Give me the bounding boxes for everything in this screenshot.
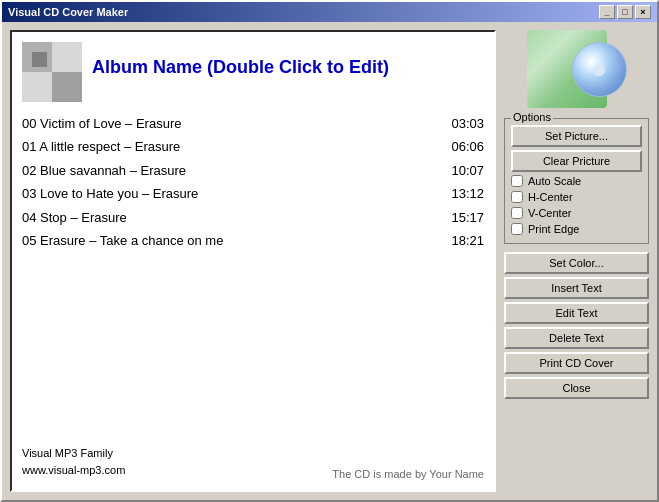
track-name: 01 A little respect – Erasure — [22, 135, 444, 158]
close-main-button[interactable]: Close — [504, 377, 649, 399]
title-bar: Visual CD Cover Maker _ □ × — [2, 2, 657, 22]
print-edge-label: Print Edge — [528, 223, 579, 235]
window-body: Album Name (Double Click to Edit) 00 Vic… — [2, 22, 657, 500]
track-time: 13:12 — [444, 182, 484, 205]
svg-rect-2 — [22, 72, 52, 102]
v-center-checkbox[interactable] — [511, 207, 523, 219]
close-button[interactable]: × — [635, 5, 651, 19]
v-center-label: V-Center — [528, 207, 571, 219]
maximize-button[interactable]: □ — [617, 5, 633, 19]
footer-left: Visual MP3 Family www.visual-mp3.com — [22, 445, 125, 480]
track-time: 03:03 — [444, 112, 484, 135]
track-row: 03 Love to Hate you – Erasure13:12 — [22, 182, 484, 205]
track-row: 02 Blue savannah – Erasure10:07 — [22, 159, 484, 182]
set-color-button[interactable]: Set Color... — [504, 252, 649, 274]
h-center-checkbox[interactable] — [511, 191, 523, 203]
print-edge-checkbox[interactable] — [511, 223, 523, 235]
track-row: 00 Victim of Love – Erasure03:03 — [22, 112, 484, 135]
preview-disc — [572, 42, 627, 97]
print-edge-row: Print Edge — [511, 223, 642, 235]
track-name: 03 Love to Hate you – Erasure — [22, 182, 444, 205]
edit-text-button[interactable]: Edit Text — [504, 302, 649, 324]
header-area: Album Name (Double Click to Edit) — [22, 42, 484, 102]
window-title: Visual CD Cover Maker — [8, 6, 128, 18]
options-label: Options — [511, 111, 553, 123]
options-group: Options Set Picture... Clear Pricture Au… — [504, 118, 649, 244]
print-cd-button[interactable]: Print CD Cover — [504, 352, 649, 374]
title-bar-buttons: _ □ × — [599, 5, 651, 19]
logo-svg — [22, 42, 82, 102]
auto-scale-label: Auto Scale — [528, 175, 581, 187]
svg-rect-3 — [52, 72, 82, 102]
delete-text-button[interactable]: Delete Text — [504, 327, 649, 349]
track-name: 05 Erasure – Take a chance on me — [22, 229, 444, 252]
track-time: 18:21 — [444, 229, 484, 252]
track-row: 05 Erasure – Take a chance on me18:21 — [22, 229, 484, 252]
insert-text-button[interactable]: Insert Text — [504, 277, 649, 299]
track-name: 04 Stop – Erasure — [22, 206, 444, 229]
svg-rect-1 — [52, 42, 82, 72]
clear-picture-button[interactable]: Clear Pricture — [511, 150, 642, 172]
main-area: Album Name (Double Click to Edit) 00 Vic… — [10, 30, 496, 492]
track-name: 00 Victim of Love – Erasure — [22, 112, 444, 135]
track-time: 06:06 — [444, 135, 484, 158]
buttons-area: Set Color... Insert Text Edit Text Delet… — [504, 252, 649, 402]
track-list: 00 Victim of Love – Erasure03:0301 A lit… — [22, 112, 484, 435]
track-row: 04 Stop – Erasure15:17 — [22, 206, 484, 229]
svg-rect-4 — [32, 52, 47, 67]
album-title[interactable]: Album Name (Double Click to Edit) — [92, 42, 484, 78]
footer-line1: Visual MP3 Family — [22, 445, 125, 463]
footer-center: The CD is made by Your Name — [332, 468, 484, 480]
cd-logo-icon — [22, 42, 82, 102]
h-center-label: H-Center — [528, 191, 573, 203]
v-center-row: V-Center — [511, 207, 642, 219]
footer-area: Visual MP3 Family www.visual-mp3.com The… — [22, 445, 484, 480]
footer-line2: www.visual-mp3.com — [22, 462, 125, 480]
track-row: 01 A little respect – Erasure06:06 — [22, 135, 484, 158]
right-panel: Options Set Picture... Clear Pricture Au… — [504, 30, 649, 492]
track-name: 02 Blue savannah – Erasure — [22, 159, 444, 182]
cd-image-preview — [527, 30, 627, 110]
minimize-button[interactable]: _ — [599, 5, 615, 19]
track-time: 15:17 — [444, 206, 484, 229]
main-window: Visual CD Cover Maker _ □ × — [0, 0, 659, 502]
auto-scale-checkbox[interactable] — [511, 175, 523, 187]
h-center-row: H-Center — [511, 191, 642, 203]
auto-scale-row: Auto Scale — [511, 175, 642, 187]
set-picture-button[interactable]: Set Picture... — [511, 125, 642, 147]
track-time: 10:07 — [444, 159, 484, 182]
